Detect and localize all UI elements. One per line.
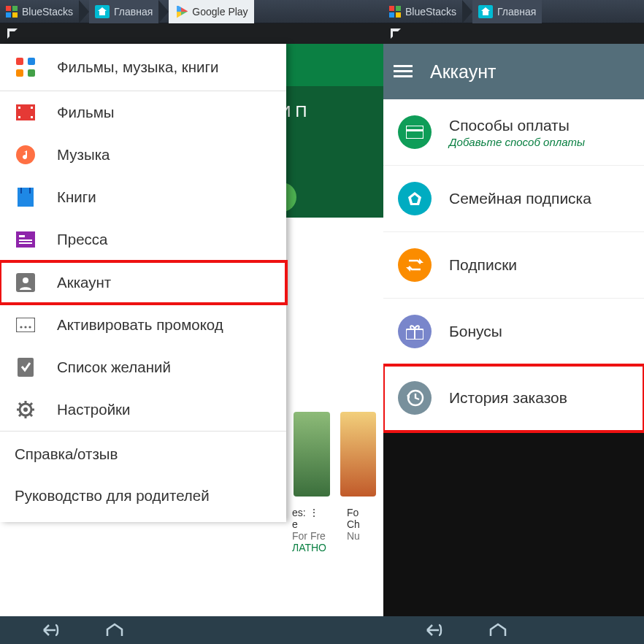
toolbar-right — [383, 23, 644, 44]
drawer-settings-label: Настройки — [57, 401, 131, 418]
entertainment-icon — [16, 58, 35, 77]
svg-rect-8 — [18, 188, 34, 207]
svg-rect-4 — [18, 116, 20, 118]
drawer-books-label: Книги — [57, 188, 96, 206]
drawer-books[interactable]: Книги — [0, 176, 286, 218]
tab-home[interactable]: Главная — [89, 0, 158, 23]
back-icon[interactable] — [39, 622, 61, 638]
orders-label: История заказов — [449, 389, 567, 407]
svg-line-29 — [30, 414, 32, 416]
drawer-music-label: Музыка — [57, 146, 110, 164]
redeem-icon — [15, 314, 37, 336]
svg-point-20 — [28, 326, 31, 328]
home-nav-icon[interactable] — [105, 623, 124, 637]
google-play-icon — [175, 5, 188, 18]
home-icon — [95, 5, 110, 18]
svg-marker-1 — [9, 31, 16, 37]
gift-icon — [398, 315, 432, 348]
wishlist-icon — [15, 356, 37, 378]
svg-line-30 — [19, 414, 21, 416]
svg-point-19 — [24, 326, 26, 328]
tab-bluestacks[interactable]: BlueStacks — [0, 0, 79, 23]
app-thumbnail-1[interactable] — [294, 412, 330, 497]
app-thumbnail-2[interactable] — [340, 412, 377, 497]
android-navbar-right — [383, 616, 644, 644]
drawer-help-label: Справка/отзыв — [15, 445, 118, 463]
tab-google-play[interactable]: Google Play — [169, 0, 253, 23]
account-list: Способы оплаты Добавьте способ оплаты Се… — [383, 99, 644, 432]
bluestacks-mark-icon[interactable] — [6, 27, 19, 40]
card2-subtitle: Nu — [347, 530, 360, 542]
back-icon[interactable] — [423, 622, 445, 638]
history-icon — [398, 381, 432, 415]
tab-home-label: Главная — [114, 6, 153, 18]
drawer-music[interactable]: Музыка — [0, 134, 286, 176]
drawer-account[interactable]: Аккаунт — [0, 261, 286, 304]
tab-bluestacks-label: BlueStacks — [22, 6, 73, 18]
card1-title: es: — [292, 507, 306, 518]
play-store-drawer: Фильмы, музыка, книги Фильмы Музыка Книг… — [0, 44, 286, 522]
press-icon — [15, 229, 37, 250]
drawer-press[interactable]: Пресса — [0, 218, 286, 261]
movies-icon — [15, 101, 37, 123]
tab-play-label: Google Play — [192, 6, 248, 18]
home-icon — [478, 5, 493, 18]
svg-line-31 — [30, 403, 32, 405]
tab-bluestacks-label-r: BlueStacks — [405, 6, 456, 18]
drawer-help[interactable]: Справка/отзыв — [0, 432, 286, 477]
tab-home-r[interactable]: Главная — [472, 0, 542, 23]
drawer-parents-label: Руководство для родителей — [15, 487, 210, 505]
account-item-subs[interactable]: Подписки — [383, 232, 644, 299]
drawer-parents[interactable]: Руководство для родителей — [0, 477, 286, 522]
home-nav-icon[interactable] — [488, 623, 507, 637]
account-item-orders[interactable]: История заказов — [383, 365, 644, 432]
drawer-movies[interactable]: Фильмы — [0, 91, 286, 134]
title-bar-left: BlueStacks Главная Google Play — [0, 0, 383, 23]
svg-rect-3 — [18, 107, 20, 109]
bluestacks-logo-icon — [6, 6, 18, 18]
tab-bluestacks-r[interactable]: BlueStacks — [383, 0, 462, 23]
account-title: Аккаунт — [430, 61, 496, 83]
svg-point-16 — [23, 277, 28, 283]
family-icon — [398, 182, 432, 215]
card1-subtitle: For Fre — [292, 530, 326, 542]
svg-line-28 — [19, 403, 21, 405]
account-item-payment[interactable]: Способы оплаты Добавьте способ оплаты — [383, 99, 644, 166]
drawer-entertainment[interactable]: Фильмы, музыка, книги — [0, 44, 286, 91]
drawer-redeem-label: Активировать промокод — [57, 316, 223, 334]
svg-rect-5 — [31, 107, 33, 109]
title-bar-right: BlueStacks Главная — [383, 0, 644, 23]
svg-marker-33 — [393, 31, 399, 37]
family-label: Семейная подписка — [449, 190, 591, 207]
account-item-rewards[interactable]: Бонусы — [383, 299, 644, 365]
svg-rect-14 — [19, 242, 32, 244]
bluestacks-mark-icon[interactable] — [389, 27, 402, 40]
drawer-wishlist[interactable]: Список желаний — [0, 346, 286, 388]
books-icon — [15, 186, 37, 208]
svg-rect-9 — [20, 188, 22, 193]
drawer-movies-label: Фильмы — [57, 104, 115, 121]
svg-rect-12 — [19, 235, 25, 237]
android-navbar-left — [0, 616, 383, 644]
card-icon — [398, 115, 432, 149]
svg-point-23 — [23, 407, 28, 412]
svg-rect-35 — [406, 129, 423, 131]
svg-rect-6 — [31, 116, 33, 118]
rewards-label: Бонусы — [449, 323, 502, 340]
svg-marker-39 — [406, 267, 410, 272]
account-item-family[interactable]: Семейная подписка — [383, 166, 644, 232]
drawer-settings[interactable]: Настройки — [0, 388, 286, 431]
card1-price: ЛАТНО — [292, 542, 326, 553]
card2-title2: Ch — [347, 518, 360, 530]
svg-rect-34 — [406, 126, 423, 139]
card1-title2: e — [292, 518, 326, 530]
hamburger-icon[interactable] — [394, 65, 413, 78]
drawer-redeem[interactable]: Активировать промокод — [0, 304, 286, 346]
drawer-entertainment-label: Фильмы, музыка, книги — [57, 58, 219, 76]
svg-marker-38 — [419, 258, 423, 263]
app-captions: es: ⋮ e For Fre ЛАТНО Fo Ch Nu — [292, 507, 376, 553]
drawer-account-label: Аккаунт — [57, 274, 111, 291]
payment-subtitle: Добавьте способ оплаты — [449, 136, 585, 148]
payment-label: Способы оплаты — [449, 117, 585, 134]
drawer-wishlist-label: Список желаний — [57, 359, 171, 376]
